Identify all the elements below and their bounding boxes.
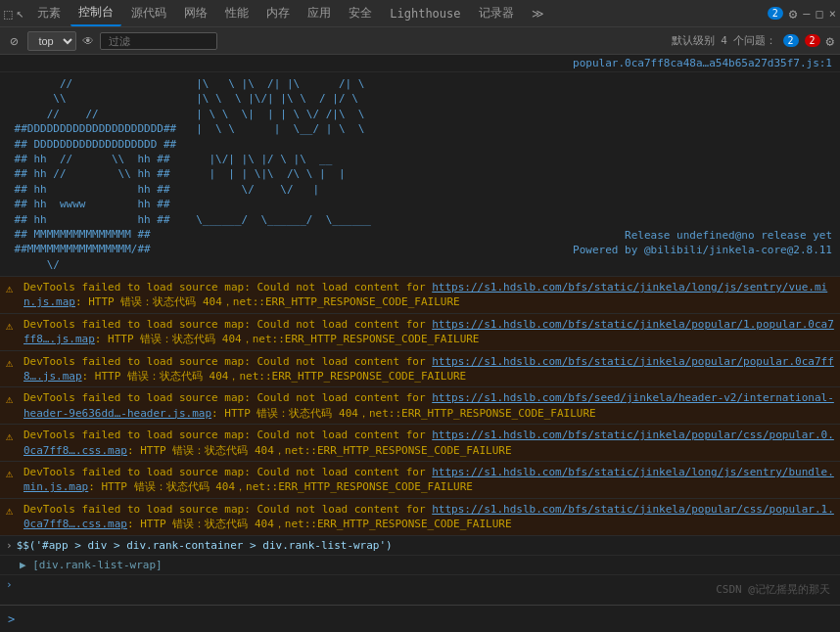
warning-icon: ⚠ xyxy=(6,466,13,482)
console-input[interactable] xyxy=(21,612,832,626)
error-link[interactable]: https://s1.hdslb.com/bfs/static/jinkela/… xyxy=(23,318,834,345)
error-text: DevTools failed to load source map: Coul… xyxy=(23,428,834,458)
error-entry: ⚠DevTools failed to load source map: Cou… xyxy=(0,499,840,536)
error-text: DevTools failed to load source map: Coul… xyxy=(23,280,834,310)
tab-elements[interactable]: 元素 xyxy=(29,1,69,25)
error-text: DevTools failed to load source map: Coul… xyxy=(23,502,834,532)
issues-badge-red: 2 xyxy=(805,34,820,47)
error-entry: ⚠DevTools failed to load source map: Cou… xyxy=(0,277,840,314)
warning-icon: ⚠ xyxy=(6,281,13,297)
console-result-1: ▶ [div.rank-list-wrap] xyxy=(0,556,840,575)
tab-application[interactable]: 应用 xyxy=(300,1,339,25)
filter-eye-icon[interactable]: 👁 xyxy=(82,34,94,48)
error-entry: ⚠DevTools failed to load source map: Cou… xyxy=(0,314,840,351)
warning-icon: ⚠ xyxy=(6,391,13,408)
toolbar-icon-pointer[interactable]: ↖ xyxy=(16,6,23,21)
tab-recorder[interactable]: 记录器 xyxy=(471,1,522,25)
ascii-art-right-container: |\ \ |\ /| |\ /| \ |\ \ \ |\/| |\ \ / |/… xyxy=(196,76,832,272)
ascii-art-block: // \\ // // ##DDDDDDDDDDDDDDDDDDDDD## ##… xyxy=(0,72,840,277)
console-wrapper: ⊘ top 👁 默认级别 4 个问题： 2 2 ⚙ popular.0ca7ff… xyxy=(0,27,840,632)
tab-security[interactable]: 安全 xyxy=(341,1,380,25)
source-link[interactable]: popular.0ca7ff8ca48a…a54b65a27d35f7.js:1 xyxy=(0,55,840,72)
console-prompt: > xyxy=(8,612,15,626)
console-input-bar: > xyxy=(0,605,840,632)
cmd-text-1: $$('#app > div > div.rank-container > di… xyxy=(17,539,393,552)
warning-icon: ⚠ xyxy=(6,429,13,445)
toolbar-icon-cursor[interactable]: ⬚ xyxy=(4,6,12,22)
console-command-1: › $$('#app > div > div.rank-container > … xyxy=(0,536,840,556)
error-text: DevTools failed to load source map: Coul… xyxy=(23,354,834,384)
console-settings-icon[interactable]: ⚙ xyxy=(826,33,834,49)
context-selector[interactable]: top xyxy=(27,31,76,51)
error-entry: ⚠DevTools failed to load source map: Cou… xyxy=(0,425,840,462)
error-entry: ⚠DevTools failed to load source map: Cou… xyxy=(0,351,840,388)
console-toolbar: ⊘ top 👁 默认级别 4 个问题： 2 2 ⚙ xyxy=(0,27,840,55)
error-link[interactable]: https://s1.hdslb.com/bfs/static/jinkela/… xyxy=(23,466,834,493)
tab-network[interactable]: 网络 xyxy=(176,1,215,25)
error-entries: ⚠DevTools failed to load source map: Cou… xyxy=(0,277,840,535)
error-entry: ⚠DevTools failed to load source map: Cou… xyxy=(0,462,840,499)
ascii-release-line1: Release undefined@no release yet xyxy=(196,229,832,242)
badge-blue: 2 xyxy=(768,7,783,20)
warning-icon: ⚠ xyxy=(6,503,13,519)
level-label[interactable]: 默认级别 xyxy=(672,33,715,48)
close-icon[interactable]: × xyxy=(829,7,836,21)
console-output: popular.0ca7ff8ca48a…a54b65a27d35f7.js:1… xyxy=(0,55,840,632)
empty-prompt-arrow: › xyxy=(6,578,13,591)
error-text: DevTools failed to load source map: Coul… xyxy=(23,465,834,495)
ascii-release-line2: Powered by @bilibili/jinkela-core@2.8.11 xyxy=(196,244,832,256)
ascii-art-right: |\ \ |\ /| |\ /| \ |\ \ \ |\/| |\ \ / |/… xyxy=(196,76,832,227)
filter-input[interactable] xyxy=(100,32,217,50)
result-text-1: ▶ [div.rank-list-wrap] xyxy=(20,559,163,571)
toolbar-right: 2 ⚙ – □ × xyxy=(768,6,836,22)
error-link[interactable]: https://s1.hdslb.com/bfs/static/jinkela/… xyxy=(23,355,834,383)
issues-badge-blue: 2 xyxy=(783,34,799,47)
error-link[interactable]: https://s1.hdslb.com/bfs/seed/jinkela/he… xyxy=(23,391,834,419)
tab-performance[interactable]: 性能 xyxy=(217,1,257,25)
tab-memory[interactable]: 内存 xyxy=(258,1,298,25)
error-link[interactable]: https://s1.hdslb.com/bfs/static/jinkela/… xyxy=(23,503,834,530)
ascii-art-left: // \\ // // ##DDDDDDDDDDDDDDDDDDDDD## ##… xyxy=(8,76,176,272)
error-text: DevTools failed to load source map: Coul… xyxy=(23,317,834,347)
tab-more[interactable]: ≫ xyxy=(524,3,552,24)
watermark: CSDN @记忆摇晃的那天 xyxy=(716,582,830,597)
error-link[interactable]: https://s1.hdslb.com/bfs/static/jinkela/… xyxy=(23,281,827,308)
settings-icon[interactable]: ⚙ xyxy=(789,6,797,22)
issues-label: 4 个问题： xyxy=(721,33,776,48)
clear-console-button[interactable]: ⊘ xyxy=(6,31,22,51)
restore-icon[interactable]: □ xyxy=(817,7,823,21)
tab-console[interactable]: 控制台 xyxy=(70,0,121,26)
tab-lighthouse[interactable]: Lighthouse xyxy=(382,3,468,24)
warning-icon: ⚠ xyxy=(6,355,13,372)
error-text: DevTools failed to load source map: Coul… xyxy=(23,390,834,421)
warning-icon: ⚠ xyxy=(6,318,13,335)
error-entry: ⚠DevTools failed to load source map: Cou… xyxy=(0,387,840,425)
console-toolbar-right: 默认级别 4 个问题： 2 2 ⚙ xyxy=(672,33,834,49)
minimize-icon[interactable]: – xyxy=(803,7,810,21)
tab-sources[interactable]: 源代码 xyxy=(123,1,174,25)
error-link[interactable]: https://s1.hdslb.com/bfs/static/jinkela/… xyxy=(23,429,834,456)
cmd-prompt-arrow: › xyxy=(6,539,13,552)
empty-prompt-line: › xyxy=(0,575,840,594)
devtools-toolbar: ⬚ ↖ 元素 控制台 源代码 网络 性能 内存 应用 安全 Lighthouse… xyxy=(0,0,840,27)
